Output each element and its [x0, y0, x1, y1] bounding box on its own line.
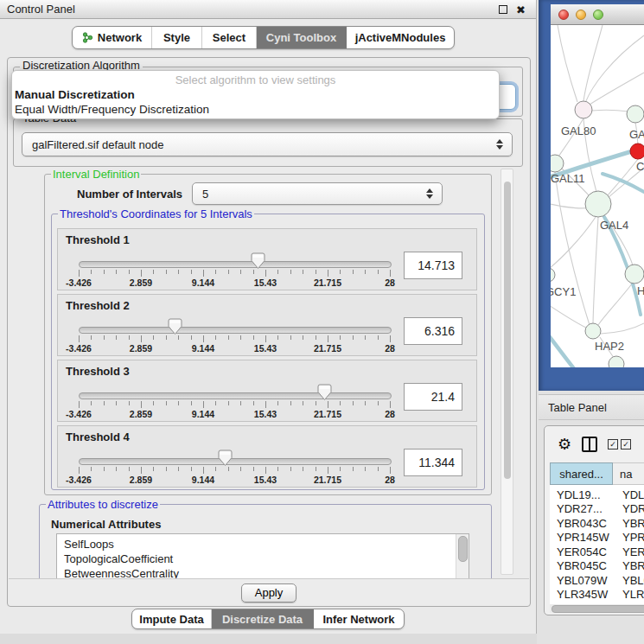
scrollbar-thumb[interactable]	[504, 182, 511, 479]
apply-button[interactable]: Apply	[241, 583, 296, 603]
column-header-shared-name[interactable]: shared...	[550, 462, 613, 485]
table-row[interactable]: YBL079WYBL0	[550, 573, 644, 588]
threshold-3-value-field[interactable]: 21.4	[404, 383, 462, 411]
cell-name: YDR2	[614, 502, 644, 515]
edge	[603, 174, 644, 192]
tick-label: 9.144	[192, 343, 214, 354]
control-panel-tabbar: Network Style Select Cyni Toolbox jActiv…	[72, 26, 455, 49]
tab-jactivemnodules[interactable]: jActiveMNodules	[347, 27, 454, 48]
numerical-attributes-label: Numerical Attributes	[51, 518, 161, 531]
table-row[interactable]: YER054CYER0	[550, 545, 644, 559]
network-node[interactable]	[585, 323, 601, 339]
numerical-attributes-list[interactable]: SelfLoopsTopologicalCoefficientBetweenne…	[56, 533, 469, 578]
tab-network[interactable]: Network	[73, 27, 152, 48]
table-rows: YDL19...YDL1YDR27...YDR2YBR043CYBR0YPR14…	[550, 485, 644, 604]
combo-stepper-icon	[496, 139, 503, 150]
table-row[interactable]: YBR043CYBR0	[550, 516, 644, 531]
dropdown-option-manual-discretization[interactable]: Manual Discretization	[12, 87, 499, 102]
cell-name: YLR3	[614, 588, 644, 601]
tab-select[interactable]: Select	[202, 27, 257, 48]
float-window-icon[interactable]	[499, 5, 507, 14]
threshold-4-label: Threshold 4	[66, 430, 130, 443]
threshold-2-slider-track[interactable]	[79, 327, 392, 334]
tick-label: 21.715	[314, 475, 341, 485]
attribute-list-item[interactable]: BetweennessCentrality	[64, 566, 469, 578]
close-traffic-light-icon[interactable]	[558, 10, 569, 20]
network-node[interactable]	[575, 101, 592, 118]
network-node[interactable]	[551, 155, 564, 172]
network-node-label: GAL4	[600, 219, 628, 232]
network-node[interactable]	[625, 265, 644, 284]
network-view-window: GAL80GACGAL11GAL4GCY1HHAP2	[539, 0, 644, 391]
zoom-traffic-light-icon[interactable]	[593, 10, 603, 20]
cyni-toolbox-panel: Discretization Algorithm Select algorith…	[7, 57, 531, 607]
table-row[interactable]: YDR27...YDR2	[550, 502, 644, 517]
close-icon[interactable]: ✖	[516, 4, 526, 16]
table-header: shared... na	[550, 462, 644, 485]
table-data-combobox[interactable]: galFiltered.sif default node	[22, 132, 513, 156]
number-of-intervals-spinner[interactable]: 5	[192, 182, 443, 205]
threshold-2-slider-thumb[interactable]	[168, 318, 182, 335]
attribute-list-item[interactable]: SelfLoops	[64, 537, 469, 552]
attribute-list-scrollbar[interactable]	[456, 534, 469, 578]
network-node[interactable]	[630, 143, 644, 159]
slider-tick-labels: -3.4262.8599.14415.4321.71528	[79, 409, 390, 419]
threshold-4-panel: Threshold 4 -3.4262.8599.14415.4321.7152…	[57, 425, 477, 488]
tab-network-label: Network	[98, 31, 142, 44]
threshold-4-value-field[interactable]: 11.344	[404, 449, 462, 476]
threshold-1-value-field[interactable]: 14.713	[404, 252, 462, 279]
tab-style[interactable]: Style	[152, 27, 202, 48]
tab-discretize-data[interactable]: Discretize Data	[212, 609, 314, 628]
network-icon	[82, 32, 93, 43]
threshold-3-slider-track[interactable]	[79, 392, 392, 399]
edge	[593, 217, 598, 323]
network-node[interactable]	[551, 268, 555, 282]
threshold-2-label: Threshold 2	[66, 299, 130, 312]
checkbox-icon[interactable]: ✓	[621, 439, 631, 450]
network-canvas[interactable]: GAL80GACGAL11GAL4GCY1HHAP2	[551, 25, 644, 367]
split-columns-icon[interactable]	[582, 437, 597, 452]
tick-label: -3.426	[66, 277, 92, 288]
attribute-list-item[interactable]: TopologicalCoefficient	[64, 552, 469, 566]
edge	[601, 323, 644, 334]
network-node-label: C	[636, 160, 644, 173]
slider-ticks	[79, 270, 390, 277]
column-header-name[interactable]: na	[613, 462, 644, 485]
cell-shared-name: YLR345W	[550, 588, 614, 601]
dropdown-option-equal-width[interactable]: Equal Width/Frequency Discretization	[12, 102, 499, 117]
number-of-intervals-label: Number of Intervals	[77, 188, 182, 201]
table-horizontal-scrollbar[interactable]	[550, 604, 644, 613]
network-node[interactable]	[609, 356, 624, 367]
threshold-3-slider-thumb[interactable]	[317, 384, 332, 401]
tick-label: 2.859	[130, 475, 152, 485]
table-panel-titlebar: Table Panel	[539, 394, 644, 420]
scrollbar-thumb[interactable]	[458, 536, 468, 562]
slider-ticks	[79, 401, 390, 408]
settings-vertical-scrollbar[interactable]	[501, 169, 513, 575]
table-row[interactable]: YBR045CYBR0	[550, 559, 644, 574]
cell-name: YDL1	[614, 488, 644, 501]
table-panel-title: Table Panel	[548, 401, 607, 414]
table-row[interactable]: YDL19...YDL1	[550, 488, 644, 502]
table-row[interactable]: YLR345WYLR3	[550, 588, 644, 603]
threshold-2-value-field[interactable]: 6.316	[404, 317, 462, 345]
threshold-1-slider-thumb[interactable]	[251, 252, 265, 270]
gear-icon[interactable]: ⚙	[558, 437, 571, 452]
threshold-1-slider-track[interactable]	[79, 261, 392, 268]
network-node[interactable]	[585, 191, 611, 217]
app-screen: Control Panel ✖ Network Style Select	[0, 0, 644, 644]
threshold-4-slider-thumb[interactable]	[218, 450, 233, 467]
tab-infer-network[interactable]: Infer Network	[314, 609, 404, 628]
threshold-4-slider-track[interactable]	[79, 458, 392, 465]
scrollbar-thumb[interactable]	[552, 605, 644, 613]
network-node[interactable]	[627, 105, 644, 123]
cell-shared-name: YER054C	[550, 545, 614, 558]
table-row[interactable]: YPR145WYPR1	[550, 531, 644, 545]
tab-impute-data[interactable]: Impute Data	[132, 609, 212, 628]
minimize-traffic-light-icon[interactable]	[576, 10, 586, 20]
checkbox-icon[interactable]: ✓	[608, 439, 618, 450]
cell-shared-name: YBR043C	[550, 517, 614, 530]
tab-cyni-toolbox[interactable]: Cyni Toolbox	[257, 27, 347, 48]
edge	[587, 73, 644, 106]
cell-name: YBR0	[614, 559, 644, 572]
